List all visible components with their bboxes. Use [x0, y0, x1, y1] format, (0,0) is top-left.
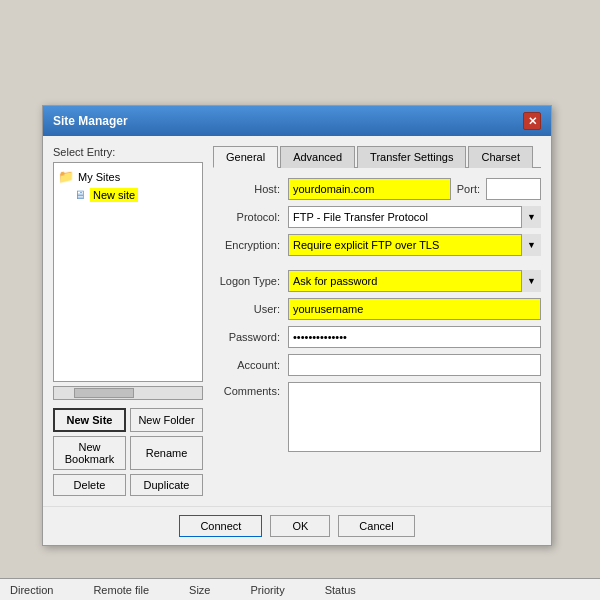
protocol-label: Protocol: [213, 211, 288, 223]
tree-child-label: New site [90, 188, 138, 202]
bottom-size: Size [189, 584, 210, 596]
host-row: Host: Port: [213, 178, 541, 200]
cancel-button[interactable]: Cancel [338, 515, 414, 537]
tab-general[interactable]: General [213, 146, 278, 168]
tree-parent-label: My Sites [78, 171, 120, 183]
port-label: Port: [457, 183, 480, 195]
comments-label: Comments: [213, 382, 288, 397]
dialog-titlebar: Site Manager ✕ [43, 106, 551, 136]
user-input[interactable] [288, 298, 541, 320]
logon-type-select[interactable]: Ask for password [288, 270, 541, 292]
protocol-select-wrapper: FTP - File Transfer Protocol ▼ [288, 206, 541, 228]
delete-button[interactable]: Delete [53, 474, 126, 496]
tab-transfer-settings[interactable]: Transfer Settings [357, 146, 466, 168]
spacer-1 [213, 262, 541, 270]
tree-parent-item[interactable]: 📁 My Sites [58, 167, 198, 186]
user-label: User: [213, 303, 288, 315]
bottom-remote-file: Remote file [93, 584, 149, 596]
comments-textarea[interactable] [288, 382, 541, 452]
logon-type-label: Logon Type: [213, 275, 288, 287]
bottom-status: Status [325, 584, 356, 596]
dialog-title: Site Manager [53, 114, 128, 128]
duplicate-button[interactable]: Duplicate [130, 474, 203, 496]
left-panel-buttons: New Site New Folder New Bookmark Rename … [53, 408, 203, 496]
password-row: Password: [213, 326, 541, 348]
tab-charset[interactable]: Charset [468, 146, 533, 168]
protocol-row: Protocol: FTP - File Transfer Protocol ▼ [213, 206, 541, 228]
user-row: User: [213, 298, 541, 320]
new-folder-button[interactable]: New Folder [130, 408, 203, 432]
host-input[interactable] [288, 178, 451, 200]
encryption-label: Encryption: [213, 239, 288, 251]
tabs-container: General Advanced Transfer Settings Chars… [213, 146, 541, 168]
bottom-bar: Direction Remote file Size Priority Stat… [0, 578, 600, 600]
password-input[interactable] [288, 326, 541, 348]
logon-type-select-wrapper: Ask for password ▼ [288, 270, 541, 292]
account-label: Account: [213, 359, 288, 371]
bottom-priority: Priority [250, 584, 284, 596]
encryption-select-wrapper: Require explicit FTP over TLS ▼ [288, 234, 541, 256]
left-panel: Select Entry: 📁 My Sites 🖥 New site New … [53, 146, 203, 496]
scrollbar-thumb[interactable] [74, 388, 134, 398]
encryption-row: Encryption: Require explicit FTP over TL… [213, 234, 541, 256]
new-bookmark-button[interactable]: New Bookmark [53, 436, 126, 470]
site-tree[interactable]: 📁 My Sites 🖥 New site [53, 162, 203, 382]
comments-row: Comments: [213, 382, 541, 455]
encryption-select[interactable]: Require explicit FTP over TLS [288, 234, 541, 256]
ok-button[interactable]: OK [270, 515, 330, 537]
connect-button[interactable]: Connect [179, 515, 262, 537]
account-row: Account: [213, 354, 541, 376]
dialog-body: Select Entry: 📁 My Sites 🖥 New site New … [43, 136, 551, 506]
dialog-footer: Connect OK Cancel [43, 506, 551, 545]
tab-advanced[interactable]: Advanced [280, 146, 355, 168]
password-label: Password: [213, 331, 288, 343]
horizontal-scrollbar[interactable] [53, 386, 203, 400]
select-entry-label: Select Entry: [53, 146, 203, 158]
bottom-direction: Direction [10, 584, 53, 596]
comments-wrapper [288, 382, 541, 455]
logon-type-row: Logon Type: Ask for password ▼ [213, 270, 541, 292]
right-panel: General Advanced Transfer Settings Chars… [213, 146, 541, 496]
rename-button[interactable]: Rename [130, 436, 203, 470]
host-label: Host: [213, 183, 288, 195]
port-input[interactable] [486, 178, 541, 200]
account-input[interactable] [288, 354, 541, 376]
bottom-bar-items: Direction Remote file Size Priority Stat… [10, 584, 356, 596]
protocol-select[interactable]: FTP - File Transfer Protocol [288, 206, 541, 228]
site-manager-dialog: Site Manager ✕ Select Entry: 📁 My Sites … [42, 105, 552, 546]
close-button[interactable]: ✕ [523, 112, 541, 130]
folder-icon: 📁 [58, 169, 74, 184]
site-icon: 🖥 [74, 188, 86, 202]
tree-child-item[interactable]: 🖥 New site [58, 186, 198, 204]
new-site-button[interactable]: New Site [53, 408, 126, 432]
